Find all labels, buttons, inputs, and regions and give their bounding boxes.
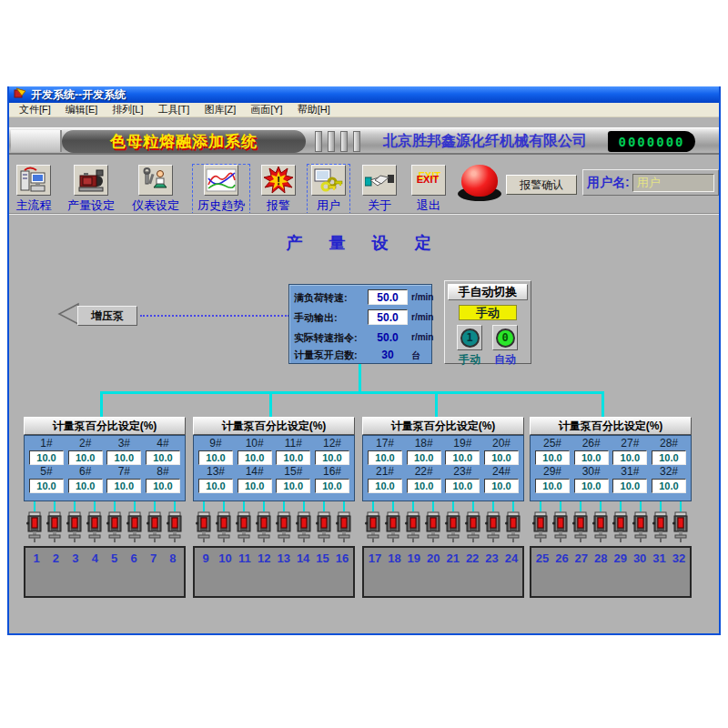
- toolbar-button-user-keys[interactable]: 用户: [307, 164, 350, 215]
- pump-percent-input-2#[interactable]: 10.0: [68, 450, 103, 465]
- menu-screen[interactable]: 画面[Y]: [243, 102, 289, 117]
- pump-30[interactable]: [632, 501, 649, 542]
- pump-percent-input-14#[interactable]: 10.0: [238, 479, 272, 493]
- svg-text:EXIT: EXIT: [417, 174, 440, 185]
- window-title: 开发系统--开发系统: [31, 87, 126, 103]
- pump-percent-input-17#[interactable]: 10.0: [368, 450, 402, 465]
- toolbar-button-exit[interactable]: EXITEXIT退出: [409, 164, 449, 215]
- pump-3[interactable]: [66, 501, 83, 542]
- pump-percent-input-16#[interactable]: 10.0: [315, 479, 349, 493]
- pump-percent-input-8#[interactable]: 10.0: [146, 479, 180, 493]
- pump-percent-input-32#[interactable]: 10.0: [652, 479, 686, 493]
- pump-17[interactable]: [365, 501, 381, 542]
- pump-23[interactable]: [485, 501, 501, 542]
- pump-percent-input-7#[interactable]: 10.0: [106, 479, 141, 493]
- pump-10[interactable]: [216, 501, 232, 542]
- pump-8[interactable]: [167, 501, 183, 542]
- toolbar-button-handshake[interactable]: 关于: [359, 164, 400, 215]
- title-bar[interactable]: 开发系统--开发系统: [9, 86, 719, 103]
- pump-percent-input-6#[interactable]: 10.0: [68, 479, 103, 493]
- group-settings-table: 1#2#3#4#10.010.010.010.05#6#7#8#10.010.0…: [24, 435, 186, 501]
- pump-percent-input-5#[interactable]: 10.0: [29, 479, 64, 493]
- pump-percent-input-24#[interactable]: 10.0: [484, 479, 519, 493]
- pump-15[interactable]: [316, 501, 332, 542]
- pump-21[interactable]: [445, 501, 461, 542]
- pump-13[interactable]: [276, 501, 292, 542]
- pump-percent-input-9#[interactable]: 10.0: [198, 450, 233, 465]
- pump-id-label: 14#: [238, 465, 272, 479]
- pump-7[interactable]: [147, 501, 163, 542]
- pump-percent-input-27#[interactable]: 10.0: [612, 450, 647, 465]
- menu-help[interactable]: 帮助[H]: [290, 102, 338, 117]
- menu-file[interactable]: 文件[F]: [12, 102, 58, 117]
- pump-id-label: 25#: [535, 437, 570, 450]
- pump-29[interactable]: [612, 501, 629, 542]
- pump-link-line: [452, 501, 454, 511]
- menu-edit[interactable]: 编辑[E]: [58, 102, 105, 117]
- pump-20[interactable]: [425, 501, 441, 542]
- manual-output-input[interactable]: 50.0: [368, 309, 408, 325]
- full-load-speed-input[interactable]: 50.0: [368, 289, 408, 305]
- pump-percent-input-22#[interactable]: 10.0: [407, 479, 441, 493]
- toolbar-button-instrument-setting[interactable]: 仪表设定: [127, 164, 184, 215]
- pump-percent-input-3#[interactable]: 10.0: [106, 450, 141, 465]
- pump-percent-input-30#[interactable]: 10.0: [574, 479, 609, 493]
- manual-mode-button[interactable]: 1: [457, 325, 482, 350]
- pump-count-value: 30: [368, 349, 408, 361]
- pump-16[interactable]: [336, 501, 352, 542]
- pump-25[interactable]: [532, 501, 549, 542]
- pump-18[interactable]: [385, 501, 401, 542]
- pump-22[interactable]: [465, 501, 481, 542]
- menu-tools[interactable]: 工具[T]: [151, 102, 197, 117]
- pump-27[interactable]: [572, 501, 589, 542]
- toolbar-button-output-setting[interactable]: 产量设定: [63, 164, 119, 215]
- pump-percent-input-19#[interactable]: 10.0: [445, 450, 480, 465]
- pump-percent-input-26#[interactable]: 10.0: [574, 450, 609, 465]
- auto-mode-button[interactable]: 0: [492, 325, 518, 350]
- pump-24[interactable]: [505, 501, 521, 542]
- pump-6[interactable]: [126, 501, 143, 542]
- pump-percent-input-20#[interactable]: 10.0: [484, 450, 519, 465]
- pump-percent-input-4#[interactable]: 10.0: [146, 450, 180, 465]
- pump-32[interactable]: [672, 501, 689, 542]
- pump-percent-input-13#[interactable]: 10.0: [198, 479, 233, 493]
- toolbar-button-main-flow[interactable]: 主流程: [13, 164, 55, 215]
- pump-icon: [652, 511, 669, 542]
- pump-percent-input-10#[interactable]: 10.0: [238, 450, 272, 465]
- toolbar-button-alarm-burst[interactable]: !报警: [258, 164, 298, 215]
- menu-arrange[interactable]: 排列[L]: [105, 102, 150, 117]
- pump-percent-input-18#[interactable]: 10.0: [407, 450, 441, 465]
- user-panel: 用户名: 用户: [582, 169, 719, 196]
- booster-pump-button[interactable]: 增压泵: [56, 304, 137, 328]
- pump-14[interactable]: [296, 501, 312, 542]
- pump-26[interactable]: [552, 501, 569, 542]
- pump-19[interactable]: [405, 501, 421, 542]
- pump-12[interactable]: [256, 501, 272, 542]
- pump-9[interactable]: [196, 501, 212, 542]
- pump-percent-input-15#[interactable]: 10.0: [276, 479, 310, 493]
- pump-28[interactable]: [592, 501, 609, 542]
- pump-percent-input-12#[interactable]: 10.0: [315, 450, 349, 465]
- pump-percent-input-25#[interactable]: 10.0: [535, 450, 570, 465]
- pump-31[interactable]: [652, 501, 669, 542]
- pump-11[interactable]: [236, 501, 252, 542]
- app-icon: [14, 86, 26, 103]
- username-field[interactable]: 用户: [632, 174, 714, 192]
- pump-5[interactable]: [106, 501, 123, 542]
- pump-number: 12: [256, 551, 272, 565]
- pump-percent-input-31#[interactable]: 10.0: [612, 479, 647, 493]
- pump-4[interactable]: [86, 501, 103, 542]
- menu-gallery[interactable]: 图库[Z]: [197, 102, 243, 117]
- pump-percent-input-28#[interactable]: 10.0: [652, 450, 686, 465]
- pump-2[interactable]: [46, 501, 63, 542]
- pump-percent-input-1#[interactable]: 10.0: [29, 450, 64, 465]
- alarm-confirm-button[interactable]: 报警确认: [506, 175, 577, 195]
- pump-1[interactable]: [26, 501, 43, 542]
- pump-percent-input-21#[interactable]: 10.0: [368, 479, 402, 493]
- pump-link-line: [94, 501, 96, 511]
- pump-percent-input-29#[interactable]: 10.0: [535, 479, 570, 493]
- pump-number: 16: [334, 551, 350, 565]
- toolbar-button-history-trend[interactable]: 历史趋势: [192, 164, 250, 215]
- pump-percent-input-11#[interactable]: 10.0: [276, 450, 310, 465]
- pump-percent-input-23#[interactable]: 10.0: [445, 479, 480, 493]
